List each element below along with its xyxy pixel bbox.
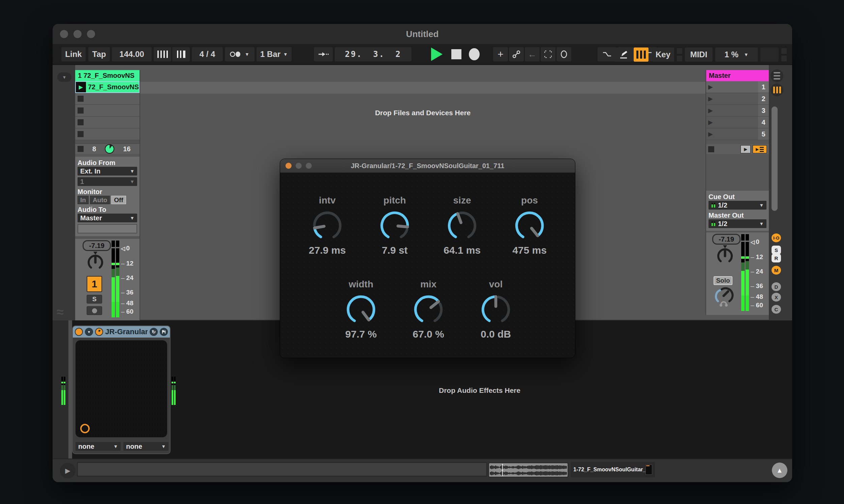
clip-stop-icon[interactable]	[77, 107, 84, 113]
track-volume-field[interactable]: -7.19	[83, 240, 111, 251]
quantize-menu[interactable]: 1 Bar ▼	[257, 47, 292, 61]
clip-slot-2[interactable]	[75, 93, 140, 105]
input-channel-select[interactable]: 1 ▼	[77, 177, 137, 186]
follow-button[interactable]	[314, 47, 333, 61]
metronome-button[interactable]: ▼	[225, 47, 254, 61]
save-preset-icon[interactable]	[160, 328, 168, 336]
knob-dial[interactable]	[379, 210, 411, 242]
cpu-meter[interactable]: 1 % ▼	[715, 48, 758, 62]
window-titlebar[interactable]: Untitled	[53, 24, 792, 44]
scene-3[interactable]: ▶ 3	[706, 105, 769, 116]
play-button[interactable]	[431, 48, 443, 61]
tempo-field[interactable]: 144.00	[112, 47, 152, 61]
knob-intv[interactable]: intv 27.9 ms	[294, 195, 361, 256]
track-1-header[interactable]: 1 72_F_SmoovNS	[75, 70, 140, 81]
knob-dial[interactable]	[345, 293, 377, 326]
new-midi-button[interactable]: +	[493, 47, 508, 61]
knob-dial[interactable]	[446, 210, 478, 242]
knob-vol[interactable]: vol 0.0 dB	[462, 278, 529, 340]
monitor-off-button[interactable]: Off	[111, 196, 126, 204]
knob-dial[interactable]	[311, 210, 344, 242]
clip-play-button[interactable]: ▶	[76, 82, 86, 92]
overview-menu-button[interactable]	[771, 69, 783, 82]
stop-all-clips-icon[interactable]	[708, 146, 714, 152]
clip-slot-4[interactable]	[75, 116, 140, 128]
stop-button[interactable]	[451, 49, 461, 59]
audio-from-select[interactable]: Ext. In ▼	[77, 167, 137, 176]
knob-pitch[interactable]: pitch 7.9 st	[361, 195, 428, 256]
master-volume-field[interactable]: -7.19	[712, 234, 740, 245]
param-select-1[interactable]: none ▼	[75, 442, 121, 451]
clip-stop-icon[interactable]	[77, 96, 84, 102]
tap-tempo-button[interactable]: Tap	[88, 47, 110, 61]
scene-2[interactable]: ▶ 2	[706, 93, 769, 105]
computer-midi-keyboard-button[interactable]	[634, 48, 649, 62]
knob-dial[interactable]	[513, 210, 546, 242]
clip-stop-icon[interactable]	[77, 131, 84, 137]
jr-granular-device[interactable]: ▼ JR-Granular ↻	[72, 325, 171, 454]
clip-slot-1[interactable]: ▶ 72_F_SmoovNS	[75, 81, 140, 93]
knob-pos[interactable]: pos 475 ms	[496, 195, 563, 256]
show-cue-button[interactable]: C	[772, 305, 781, 314]
show-sends-button[interactable]: S	[772, 246, 781, 254]
plugin-titlebar[interactable]: JR-Granular/1-72_F_SmoovNSoulGuitar_01_7…	[280, 159, 575, 173]
scene-4[interactable]: ▶ 4	[706, 116, 769, 128]
show-hide-detail-button[interactable]: ▲	[772, 463, 787, 478]
knob-size[interactable]: size 64.1 ms	[428, 195, 496, 256]
monitor-auto-button[interactable]: Auto	[90, 196, 110, 204]
param-select-2[interactable]: none ▼	[123, 442, 169, 451]
capture-midi-button[interactable]	[509, 47, 524, 61]
cue-volume-knob[interactable]	[714, 287, 734, 309]
draw-mode-button[interactable]	[615, 48, 632, 62]
back-to-arrangement-session-button[interactable]: ▶	[740, 145, 751, 153]
session-record-button[interactable]	[557, 47, 571, 61]
device-fold-icon[interactable]: ▼	[85, 328, 93, 336]
mixer-sections-button[interactable]	[771, 84, 783, 96]
scene-1[interactable]: ▶ 1	[706, 81, 769, 93]
back-to-arrangement-button[interactable]: ←	[525, 47, 540, 61]
knob-dial[interactable]	[480, 293, 512, 326]
audio-to-select[interactable]: Master ▼	[77, 214, 137, 222]
show-io-button[interactable]: I·O	[772, 233, 781, 242]
arrangement-position-field[interactable]: 29. 3. 2	[335, 47, 411, 61]
draw-frame-button[interactable]	[541, 47, 556, 61]
master-out-select[interactable]: 1/2 ▼	[708, 219, 767, 228]
scene-play-icon[interactable]: ▶	[708, 95, 713, 103]
nudge-down-button[interactable]	[154, 47, 171, 61]
midi-map-button[interactable]: MIDI	[685, 48, 713, 62]
clip-stop-icon[interactable]	[77, 119, 84, 125]
scene-play-icon[interactable]: ▶	[708, 107, 713, 114]
track-pan-knob[interactable]	[85, 251, 105, 273]
record-button[interactable]	[469, 48, 480, 60]
device-edit-wrench-icon[interactable]	[95, 328, 103, 336]
device-activator-icon[interactable]	[75, 328, 83, 336]
show-mixer-button[interactable]: M	[772, 266, 781, 274]
scene-play-icon[interactable]: ▶	[708, 130, 713, 138]
clip-slot-5[interactable]	[75, 128, 140, 140]
scene-play-icon[interactable]: ▶	[708, 119, 713, 126]
show-crossfade-button[interactable]: X	[772, 293, 781, 302]
expand-track-button[interactable]: ▼	[57, 72, 71, 82]
monitor-in-button[interactable]: In	[77, 196, 89, 204]
track-arm-button[interactable]	[87, 306, 102, 315]
time-signature-field[interactable]: 4 / 4	[192, 47, 223, 61]
show-delay-button[interactable]: D	[772, 282, 781, 291]
preview-play-button[interactable]: ▶	[60, 463, 75, 479]
show-returns-button[interactable]: R	[772, 254, 781, 263]
jr-granular-plugin-window[interactable]: JR-Granular/1-72_F_SmoovNSoulGuitar_01_7…	[280, 159, 575, 358]
crossfade-icon[interactable]: ≈	[57, 305, 64, 319]
vertical-scrollbar[interactable]	[772, 106, 778, 211]
nudge-up-button[interactable]	[172, 47, 190, 61]
punch-in-button[interactable]	[598, 47, 616, 61]
hot-swap-icon[interactable]: ↻	[150, 328, 158, 336]
sample-preview[interactable]	[488, 463, 568, 478]
master-pan-knob[interactable]	[715, 245, 735, 266]
knob-dial[interactable]	[412, 293, 444, 326]
track-solo-button[interactable]: S	[87, 295, 102, 304]
master-header[interactable]: Master	[706, 70, 769, 81]
cue-out-select[interactable]: 1/2 ▼	[708, 201, 767, 210]
device-display-panel[interactable]	[75, 340, 167, 437]
link-button[interactable]: Link	[61, 47, 86, 61]
current-clip-panel[interactable]: 1-72_F_SmoovNSoulGuitar_01_711	[570, 462, 655, 478]
arrangement-trigger-button[interactable]: ▶	[753, 145, 767, 153]
